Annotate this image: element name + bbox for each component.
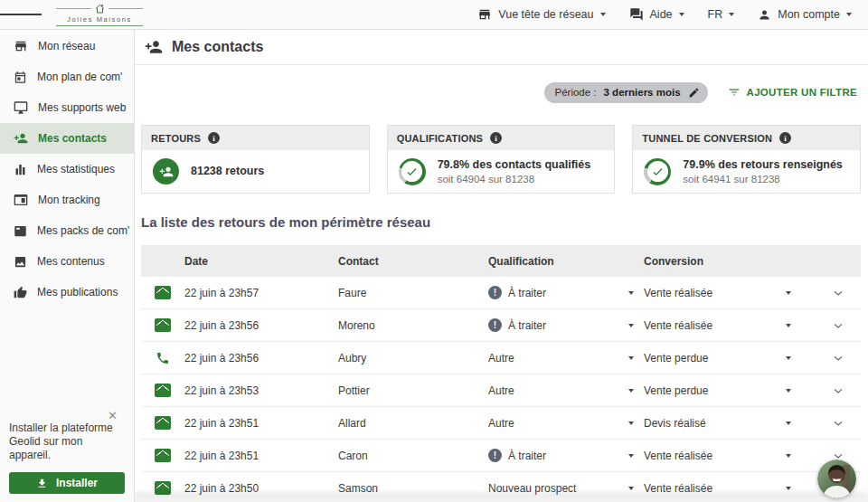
hamburger-menu-icon[interactable] (0, 13, 42, 17)
qualification-select[interactable]: ! À traiter (488, 318, 618, 332)
chat-icon (629, 7, 644, 22)
section-title: La liste des retours de mon périmètre ré… (141, 214, 861, 230)
conversion-dropdown-caret[interactable] (776, 356, 801, 360)
email-icon (155, 286, 171, 299)
sidebar-item-label: Mes contenus (37, 255, 105, 268)
card-value: 79.9% des retours renseignés (683, 158, 842, 172)
sidebar: Mon réseau Mon plan de com' Mes supports… (0, 29, 135, 502)
sidebar-item-mon-plan-de-com[interactable]: Mon plan de com' (0, 62, 134, 92)
sidebar-item-mes-contenus[interactable]: Mes contenus (0, 246, 134, 277)
row-date: 22 juin à 23h57 (184, 287, 338, 299)
sidebar-item-mes-publications[interactable]: Mes publications (0, 277, 134, 308)
sidebar-item-mes-contacts[interactable]: Mes contacts (0, 123, 134, 154)
card-value: 79.8% des contacts qualifiés (438, 158, 591, 172)
person-icon (758, 8, 771, 22)
sidebar-item-mes-packs-de-com[interactable]: Mes packs de com' (0, 215, 134, 246)
sidebar-item-label: Mes packs de com' (37, 224, 129, 237)
table-row[interactable]: 22 juin à 23h56 Aubry ! Autre Vente perd… (141, 342, 861, 374)
chevron-down-icon (729, 13, 734, 16)
period-filter-chip[interactable]: Période : 3 derniers mois (544, 82, 708, 103)
close-icon[interactable]: ✕ (108, 409, 118, 422)
qualification-select[interactable]: ! Autre (488, 384, 618, 397)
conversion-dropdown-caret[interactable] (776, 389, 801, 393)
sidebar-item-mon-reseau[interactable]: Mon réseau (0, 31, 134, 62)
qualification-dropdown-caret[interactable] (618, 389, 644, 393)
column-header-qualification: Qualification (488, 255, 618, 268)
help-menu[interactable]: Aide (629, 7, 684, 22)
expand-row-chevron-icon[interactable] (801, 286, 861, 300)
sidebar-item-mon-tracking[interactable]: Mon tracking (0, 185, 134, 215)
sidebar-item-mes-statistiques[interactable]: Mes statistiques (0, 154, 134, 185)
account-menu[interactable]: Mon compte (758, 8, 852, 22)
qualification-dropdown-caret[interactable] (618, 356, 644, 360)
email-icon (155, 416, 171, 430)
table-row[interactable]: 22 juin à 23h56 Moreno ! À traiter Vente… (141, 309, 861, 342)
conversion-dropdown-caret[interactable] (776, 487, 801, 490)
conversion-dropdown-caret[interactable] (776, 291, 801, 295)
row-date: 22 juin à 23h51 (184, 450, 338, 462)
row-date: 22 juin à 23h50 (184, 482, 338, 495)
network-view-menu[interactable]: Vue tête de réseau (477, 7, 605, 22)
row-date: 22 juin à 23h53 (184, 384, 338, 397)
qualification-select[interactable]: ! Nouveau prospect (488, 482, 618, 495)
info-icon[interactable]: i (779, 132, 791, 144)
email-icon (155, 318, 171, 332)
qualification-value: À traiter (508, 450, 546, 462)
expand-row-chevron-icon[interactable] (801, 384, 861, 398)
conversion-select[interactable]: Devis réalisé (644, 417, 776, 430)
expand-row-chevron-icon[interactable] (801, 351, 861, 365)
card-qualifications: QUALIFICATIONS i 79.8% des contacts qual… (387, 125, 616, 194)
expand-row-chevron-icon[interactable] (801, 318, 861, 333)
conversion-select[interactable]: Vente perdue (644, 384, 776, 397)
conversion-select[interactable]: Vente réalisée (644, 450, 776, 462)
row-date: 22 juin à 23h56 (184, 319, 338, 332)
person-add-icon (14, 131, 28, 146)
sidebar-item-label: Mon plan de com' (37, 71, 122, 83)
qualification-select[interactable]: ! Autre (488, 417, 618, 430)
conversion-select[interactable]: Vente réalisée (644, 287, 776, 299)
user-avatar[interactable] (817, 459, 856, 498)
table-row[interactable]: 22 juin à 23h53 Pottier ! Autre Vente pe… (141, 374, 861, 407)
qualification-select[interactable]: ! À traiter (488, 449, 618, 462)
add-filter-button[interactable]: AJOUTER UN FILTRE (728, 86, 857, 99)
pencil-icon[interactable] (688, 87, 700, 99)
conversion-dropdown-caret[interactable] (776, 454, 801, 458)
conversion-select[interactable]: Vente perdue (644, 352, 776, 365)
qualification-dropdown-caret[interactable] (618, 324, 644, 327)
expand-row-chevron-icon[interactable] (801, 416, 861, 431)
period-value: 3 derniers mois (604, 87, 681, 98)
qualification-dropdown-caret[interactable] (618, 291, 644, 295)
card-header-label: TUNNEL DE CONVERSION (642, 133, 772, 144)
info-icon[interactable]: i (208, 132, 220, 144)
check-ring-icon (644, 158, 671, 185)
conversion-select[interactable]: Vente réalisée (644, 319, 776, 332)
table-row[interactable]: 22 juin à 23h51 Caron ! À traiter Vente … (141, 440, 861, 472)
card-retours: RETOURS i 81238 retours (141, 125, 370, 194)
table-row[interactable]: 22 juin à 23h51 Allard ! Autre Devis réa… (141, 407, 861, 440)
install-button[interactable]: Installer (9, 472, 125, 494)
check-ring-icon (399, 158, 426, 185)
main-content: Mes contacts Période : 3 derniers mois A… (134, 29, 868, 502)
filter-row: Période : 3 derniers mois AJOUTER UN FIL… (141, 81, 861, 103)
conversion-dropdown-caret[interactable] (776, 324, 801, 327)
person-add-icon (153, 158, 179, 185)
card-tunnel-de-conversion: TUNNEL DE CONVERSION i 79.9% des retours… (632, 125, 861, 194)
info-icon[interactable]: i (490, 132, 502, 144)
column-header-contact: Contact (338, 255, 488, 268)
conversion-select[interactable]: Vente réalisée (644, 482, 776, 495)
conversion-dropdown-caret[interactable] (776, 421, 801, 425)
qualification-value: Nouveau prospect (488, 482, 576, 495)
qualification-dropdown-caret[interactable] (618, 487, 644, 490)
table-row[interactable]: 22 juin à 23h57 Faure ! À traiter Vente … (141, 277, 861, 309)
sidebar-item-mes-supports-web[interactable]: Mes supports web (0, 92, 134, 123)
qualification-select[interactable]: ! Autre (488, 352, 618, 365)
qualification-value: À traiter (508, 319, 546, 332)
sidebar-item-label: Mes publications (37, 286, 118, 298)
card-header-label: QUALIFICATIONS (397, 133, 483, 144)
qualification-dropdown-caret[interactable] (618, 421, 644, 425)
language-menu[interactable]: FR (708, 8, 735, 21)
qualification-select[interactable]: ! À traiter (488, 286, 618, 299)
sidebar-item-label: Mon réseau (38, 40, 95, 52)
bottom-shadow-bar (134, 497, 868, 502)
qualification-dropdown-caret[interactable] (618, 454, 644, 458)
